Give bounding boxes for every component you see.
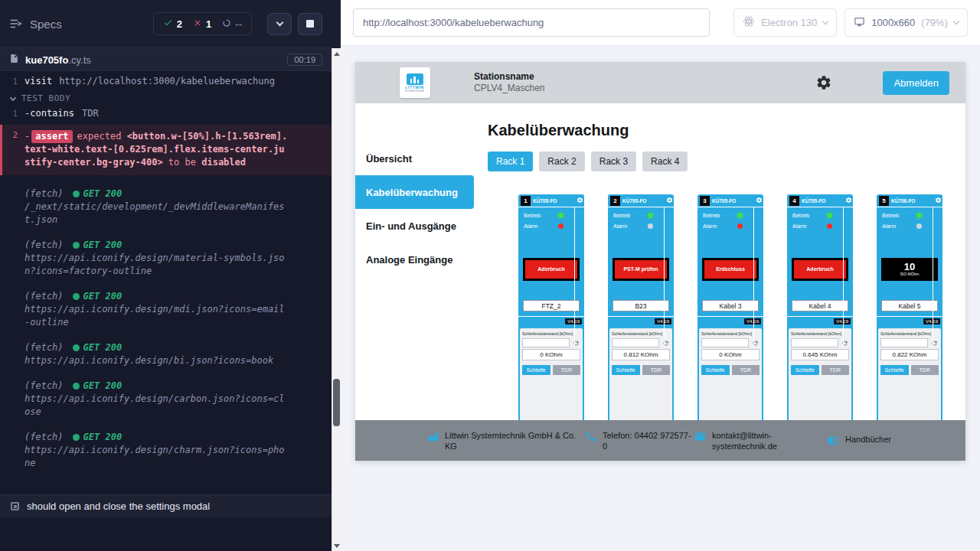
failed-assert-command[interactable]: 2 -assertexpected <button.w-[50%].h-[1.5… xyxy=(0,125,332,175)
rack-tab[interactable]: Rack 4 xyxy=(642,152,688,171)
sidebar-item[interactable]: Ein- und Ausgänge xyxy=(355,209,474,243)
status-alarm-text: Erdschluss xyxy=(704,260,756,279)
device-gear-icon[interactable] xyxy=(935,197,942,204)
refresh-icon[interactable] xyxy=(571,340,580,347)
next-test-row[interactable]: should open and close the settings modal xyxy=(0,494,332,517)
stat-passed[interactable]: 2 xyxy=(163,18,182,30)
rack-tab[interactable]: Rack 1 xyxy=(488,152,533,171)
scrollbar-down-arrow[interactable] xyxy=(332,540,341,551)
device-number-badge: 1 xyxy=(521,196,531,206)
logo-subtext: SYSTEMTECHNIK xyxy=(405,90,425,93)
schleife-button[interactable]: Schleife xyxy=(612,365,640,375)
fetch-status: GET 200 xyxy=(83,431,122,444)
refresh-icon[interactable] xyxy=(661,340,670,347)
schleife-button[interactable]: Schleife xyxy=(522,365,550,375)
sidebar-item-label: Ein- und Ausgänge xyxy=(366,220,456,232)
betrieb-led-icon xyxy=(648,213,653,218)
rack-tab[interactable]: Rack 3 xyxy=(591,152,636,171)
aut-url-bar: Electron 130 1000x660 (79%) xyxy=(341,0,980,46)
chevron-down-icon xyxy=(822,18,828,24)
logo-area: LITTWIN SYSTEMTECHNIK xyxy=(355,67,474,98)
card-divider-line xyxy=(664,207,665,347)
device-number-badge: 4 xyxy=(789,196,799,206)
page-title: Kabelüberwachung xyxy=(488,122,965,139)
assert-mid: to be xyxy=(168,157,196,168)
line-number-empty xyxy=(0,341,24,367)
assert-badge: assert xyxy=(31,130,72,143)
logout-button[interactable]: Abmelden xyxy=(883,71,949,95)
sidebar-item[interactable]: Übersicht xyxy=(355,142,474,175)
cable-name-field: B23 xyxy=(612,300,669,311)
line-number: 1 xyxy=(0,75,24,88)
betrieb-row: Betrieb xyxy=(882,213,922,218)
fetch-log-entry[interactable]: (fetch) GET 200 https://api.iconify.desi… xyxy=(0,431,332,470)
viewport-select[interactable]: 1000x660 (79%) xyxy=(844,8,968,37)
device-gear-icon[interactable] xyxy=(577,197,583,204)
refresh-icon[interactable] xyxy=(750,340,760,347)
rack-tab[interactable]: Rack 2 xyxy=(539,152,584,171)
assert-pre: expected xyxy=(77,131,122,142)
viewport-scale: (79%) xyxy=(921,17,948,28)
tdr-button[interactable]: TDR xyxy=(642,365,671,375)
alarm-row: Alarm xyxy=(703,223,743,229)
alarm-led-icon xyxy=(648,223,653,229)
stop-run-button[interactable] xyxy=(298,13,322,35)
specs-button[interactable]: Specs xyxy=(9,17,62,31)
footer-email-text: kontakt@littwin-systemtechnik.de xyxy=(712,430,796,452)
fetch-url: https://api.iconify.design/bi.json?icons… xyxy=(24,354,289,367)
device-gear-icon[interactable] xyxy=(756,197,763,204)
resistance-value: 0.812 KOhm xyxy=(612,349,670,360)
test-body-toggle[interactable]: TEST BODY xyxy=(0,89,332,106)
schleife-button[interactable]: Schleife xyxy=(791,365,819,375)
stat-failed[interactable]: 1 xyxy=(193,18,211,30)
status-box: Erdschluss xyxy=(702,258,759,281)
tdr-button[interactable]: TDR xyxy=(553,365,581,375)
chevron-down-icon xyxy=(276,19,283,27)
alarm-label: Alarm xyxy=(524,223,537,229)
fetch-url: https://api.iconify.design/charm.json?ic… xyxy=(24,444,289,470)
fetch-body: (fetch) GET 200 https://api.iconify.desi… xyxy=(24,380,289,419)
fetch-log-entry[interactable]: (fetch) GET 200 https://api.iconify.desi… xyxy=(0,380,332,419)
line-number-empty xyxy=(0,187,24,227)
device-model-label: KÜ705-FO xyxy=(622,198,646,204)
stat-pending[interactable]: -- xyxy=(222,18,242,30)
fetch-log-entry[interactable]: (fetch) GET 200 /_next/static/developmen… xyxy=(0,187,332,227)
device-gear-icon[interactable] xyxy=(845,197,852,204)
refresh-icon[interactable] xyxy=(840,340,849,347)
rack-tab-label: Rack 4 xyxy=(651,156,679,167)
settings-gear-icon[interactable] xyxy=(815,74,832,91)
aut-container: Electron 130 1000x660 (79%) xyxy=(341,0,980,551)
betrieb-label: Betrieb xyxy=(703,213,720,218)
fetch-log-entry[interactable]: (fetch) GET 200 https://api.iconify.desi… xyxy=(0,290,332,329)
app-main: Übersicht Kabelüberwachung Ein- und Ausg… xyxy=(355,103,965,420)
footer-email[interactable]: kontakt@littwin-systemtechnik.de xyxy=(694,430,828,452)
iso-unit: ISO MOhm xyxy=(900,272,919,277)
footer-manuals[interactable]: Handbücher xyxy=(828,434,891,448)
fetch-log-entry[interactable]: (fetch) GET 200 https://api.iconify.desi… xyxy=(0,239,332,278)
collapse-runner-button[interactable] xyxy=(267,13,292,35)
tdr-button[interactable]: TDR xyxy=(822,365,850,375)
tdr-button[interactable]: TDR xyxy=(911,365,939,375)
schleife-button[interactable]: Schleife xyxy=(701,365,730,375)
contains-command[interactable]: 1 -contains TDR xyxy=(0,106,332,121)
sidebar-item[interactable]: Analoge Eingänge xyxy=(355,243,474,276)
footer-company: Littwin Systemtechnik GmbH & Co. KG xyxy=(427,430,585,452)
sidebar-item[interactable]: Kabelüberwachung xyxy=(355,175,474,209)
device-gear-icon[interactable] xyxy=(666,197,673,204)
schleife-button[interactable]: Schleife xyxy=(880,365,909,375)
littwin-logo-icon xyxy=(407,73,423,85)
resistance-empty-field xyxy=(880,338,928,347)
line-number-empty xyxy=(0,290,24,329)
browser-select[interactable]: Electron 130 xyxy=(733,8,837,37)
scrollbar-thumb[interactable] xyxy=(333,379,340,426)
scrollbar-track[interactable] xyxy=(332,48,341,551)
fetch-body: (fetch) GET 200 /_next/static/developmen… xyxy=(24,187,289,227)
fetch-log-entry[interactable]: (fetch) GET 200 https://api.iconify.desi… xyxy=(0,341,332,367)
spec-filename[interactable]: kue705fo.cy.ts xyxy=(25,53,91,67)
betrieb-label: Betrieb xyxy=(613,213,630,218)
tdr-button[interactable]: TDR xyxy=(732,365,760,375)
refresh-icon[interactable] xyxy=(929,340,939,347)
scrollbar-up-arrow[interactable] xyxy=(332,48,341,59)
url-input[interactable] xyxy=(353,8,710,37)
visit-command[interactable]: 1 visit http://localhost:3000/kabelueber… xyxy=(0,74,332,89)
